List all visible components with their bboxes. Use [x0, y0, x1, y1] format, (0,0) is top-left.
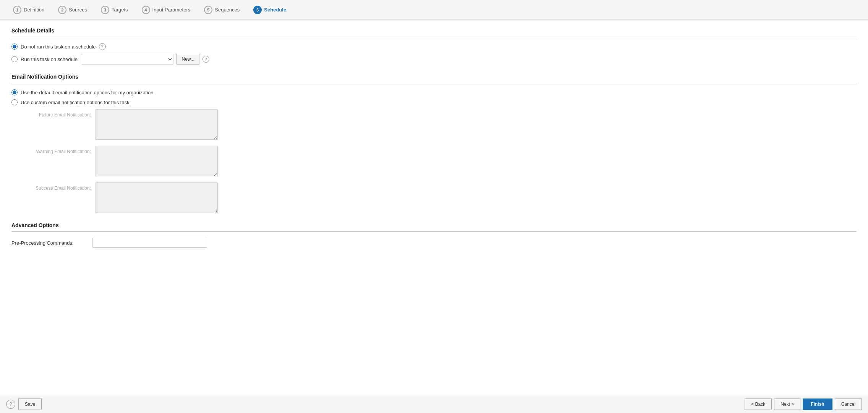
new-schedule-button[interactable]: New...: [177, 54, 199, 65]
save-button[interactable]: Save: [18, 398, 42, 410]
failure-email-row: Failure Email Notification:: [11, 109, 857, 140]
main-content: Schedule Details Do not run this task on…: [0, 20, 868, 395]
email-option1-row: Use the default email notification optio…: [11, 89, 857, 95]
pre-processing-input[interactable]: [92, 238, 207, 248]
nav-step-input-parameters-label: Input Parameters: [152, 7, 191, 13]
schedule-option1-label: Do not run this task on a schedule: [21, 44, 96, 50]
nav-step-sequences-label: Sequences: [215, 7, 240, 13]
email-option2-row: Use custom email notification options fo…: [11, 99, 857, 105]
schedule-option1-help-icon[interactable]: ?: [99, 43, 106, 50]
email-divider: [11, 83, 857, 83]
step-navigation: 1 Definition 2 Sources 3 Targets 4 Input…: [0, 0, 868, 20]
nav-step-schedule-label: Schedule: [264, 7, 286, 13]
nav-step-sequences[interactable]: 5 Sequences: [197, 0, 246, 19]
failure-email-textarea[interactable]: [96, 109, 218, 140]
email-option2-label: Use custom email notification options fo…: [21, 100, 131, 105]
schedule-option1-radio[interactable]: [11, 44, 18, 50]
schedule-option2-row: Run this task on schedule: New... ?: [11, 54, 857, 65]
nav-step-sources[interactable]: 2 Sources: [51, 0, 94, 19]
success-email-row: Success Email Notification:: [11, 182, 857, 213]
next-button[interactable]: Next >: [774, 398, 800, 410]
step-circle-6: 6: [253, 6, 262, 14]
nav-step-definition[interactable]: 1 Definition: [6, 0, 51, 19]
schedule-option1-row: Do not run this task on a schedule ?: [11, 43, 857, 50]
email-option1-label: Use the default email notification optio…: [21, 90, 154, 95]
success-email-textarea[interactable]: [96, 182, 218, 213]
warning-email-row: Warning Email Notification:: [11, 146, 857, 176]
advanced-options-title: Advanced Options: [11, 222, 857, 228]
email-option2-radio[interactable]: [11, 99, 18, 105]
schedule-details-title: Schedule Details: [11, 27, 857, 34]
advanced-options-section: Advanced Options Pre-Processing Commands…: [11, 222, 857, 248]
email-notification-section: Email Notification Options Use the defau…: [11, 74, 857, 213]
nav-step-sources-label: Sources: [69, 7, 87, 13]
step-circle-1: 1: [13, 6, 21, 14]
failure-email-label: Failure Email Notification:: [11, 109, 96, 118]
step-circle-4: 4: [142, 6, 150, 14]
pre-processing-row: Pre-Processing Commands:: [11, 238, 857, 248]
nav-step-targets-label: Targets: [112, 7, 128, 13]
advanced-divider: [11, 231, 857, 232]
nav-step-targets[interactable]: 3 Targets: [94, 0, 135, 19]
step-circle-3: 3: [101, 6, 109, 14]
step-circle-5: 5: [204, 6, 212, 14]
bottom-right: < Back Next > Finish Cancel: [745, 398, 862, 410]
warning-email-label: Warning Email Notification:: [11, 146, 96, 154]
schedule-option2-radio[interactable]: [11, 56, 18, 62]
nav-step-schedule[interactable]: 6 Schedule: [246, 0, 293, 19]
pre-processing-label: Pre-Processing Commands:: [11, 240, 88, 246]
schedule-select[interactable]: [82, 54, 173, 65]
help-button[interactable]: ?: [6, 400, 15, 409]
schedule-option2-help-icon[interactable]: ?: [202, 56, 209, 63]
bottom-bar: ? Save < Back Next > Finish Cancel: [0, 395, 868, 413]
email-options-title: Email Notification Options: [11, 74, 857, 80]
bottom-left: ? Save: [6, 398, 42, 410]
success-email-label: Success Email Notification:: [11, 182, 96, 191]
warning-email-textarea[interactable]: [96, 146, 218, 176]
nav-step-definition-label: Definition: [24, 7, 44, 13]
schedule-option2-label: Run this task on schedule:: [21, 56, 79, 62]
cancel-button[interactable]: Cancel: [835, 398, 862, 410]
finish-button[interactable]: Finish: [803, 398, 832, 410]
nav-step-input-parameters[interactable]: 4 Input Parameters: [135, 0, 198, 19]
email-option1-radio[interactable]: [11, 89, 18, 95]
step-circle-2: 2: [58, 6, 66, 14]
schedule-divider: [11, 37, 857, 37]
back-button[interactable]: < Back: [745, 398, 772, 410]
